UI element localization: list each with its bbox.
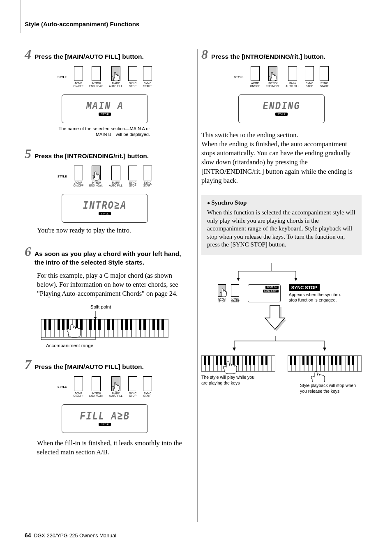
svg-rect-29 [44,319,46,330]
svg-rect-109 [307,356,309,365]
svg-rect-38 [98,319,101,330]
step-body: You're now ready to play the intro. [37,226,185,235]
keyboard-figure: Split point [41,304,185,348]
step-8: 8 Press the [INTRO/ENDING/rit.] button. … [201,48,362,185]
style-label: STYLE [58,76,67,78]
step-number: 4 [25,48,31,61]
svg-rect-80 [224,356,226,365]
svg-rect-42 [125,319,128,330]
svg-rect-32 [62,319,65,330]
svg-rect-37 [94,319,96,330]
step-title: As soon as you play a chord with your le… [35,250,185,267]
step-number: 6 [25,245,31,258]
mini-lcd: ACMP ON SYNC STOP [248,284,281,302]
step-6: 6 As soon as you play a chord with your … [25,245,185,348]
svg-rect-77 [208,356,210,365]
svg-rect-46 [152,319,155,330]
svg-rect-78 [216,356,218,365]
svg-rect-84 [249,356,251,365]
section-header: Style (Auto-accompaniment) Functions [25,21,367,31]
svg-rect-43 [130,319,132,330]
figure-caption: The name of the selected section—MAIN A … [47,126,150,138]
step-title: Press the [MAIN/AUTO FILL] button. [35,363,144,371]
step-number: 8 [201,48,208,61]
svg-rect-36 [89,319,92,330]
svg-rect-106 [290,356,292,365]
svg-rect-82 [237,356,239,365]
svg-rect-108 [302,356,304,365]
svg-rect-114 [335,356,337,365]
svg-rect-87 [265,356,267,365]
page-footer: 64 DGX-220/YPG-225 Owner's Manual [25,532,116,539]
step-body: For this example, play a C major chord (… [37,271,185,299]
step-5: 5 Press the [INTRO/ENDING/rit.] button. … [25,147,185,235]
down-arrow-icon [201,303,362,335]
svg-rect-40 [112,319,114,330]
svg-rect-39 [107,319,110,330]
step-number: 7 [25,358,31,371]
step-title: Press the [INTRO/ENDING/rit.] button. [211,53,325,61]
svg-rect-112 [323,356,325,365]
split-point-label: Split point [16,304,185,309]
synchro-stop-note: Synchro Stop When this function is selec… [201,195,362,255]
svg-rect-107 [294,356,296,365]
svg-rect-76 [204,356,206,365]
svg-rect-81 [233,356,235,365]
svg-rect-113 [331,356,333,365]
sync-stop-badge: SYNC STOP [289,284,320,291]
svg-rect-31 [58,319,60,330]
keyboard-playing-caption: The style will play while you are playin… [201,375,259,386]
keyboard-released-caption: Style playback will stop when you releas… [300,383,357,394]
synchro-stop-figure: SYNC STOP SYNC START ACMP ON SYNC STOP S… [201,263,362,394]
svg-rect-30 [48,319,51,330]
step-title: Press the [MAIN/AUTO FILL] button. [35,53,144,61]
svg-rect-111 [319,356,321,365]
step-body: This switches to the ending section. Whe… [201,131,362,186]
sync-stop-appears-note: Appears when the synchro-stop function i… [289,292,346,303]
lcd-display: MAIN A STYLE [62,94,148,123]
svg-rect-83 [245,356,247,365]
step-body: When the fill-in is finished, it leads s… [37,439,185,457]
svg-rect-48 [161,319,164,330]
step-4: 4 Press the [MAIN/AUTO FILL] button. STY… [25,48,185,137]
svg-rect-47 [157,319,159,330]
svg-rect-86 [261,356,263,365]
keyboard-released-icon [288,353,362,382]
svg-rect-44 [139,319,141,330]
svg-rect-79 [220,356,222,365]
svg-rect-45 [143,319,146,330]
svg-rect-85 [253,356,255,365]
step-number: 5 [25,147,31,160]
synchro-stop-title: Synchro Stop [207,199,356,206]
synchro-stop-body: When this function is selected the accom… [207,209,356,249]
svg-rect-41 [121,319,123,330]
keyboard-playing-icon [201,353,275,374]
svg-rect-115 [339,356,341,365]
svg-rect-110 [311,356,313,365]
step-title: Press the [INTRO/ENDING/rit.] button. [35,152,149,161]
accompaniment-range-label: Accompaniment range [46,343,185,348]
button-panel-figure: STYLE ACMP ON/OFF INTRO/ ENDING/rit. MAI… [47,66,162,137]
svg-rect-33 [67,319,69,330]
step-7: 7 Press the [MAIN/AUTO FILL] button. STY… [25,358,185,457]
svg-rect-116 [348,356,350,365]
svg-rect-35 [80,319,83,330]
svg-rect-117 [352,356,354,365]
